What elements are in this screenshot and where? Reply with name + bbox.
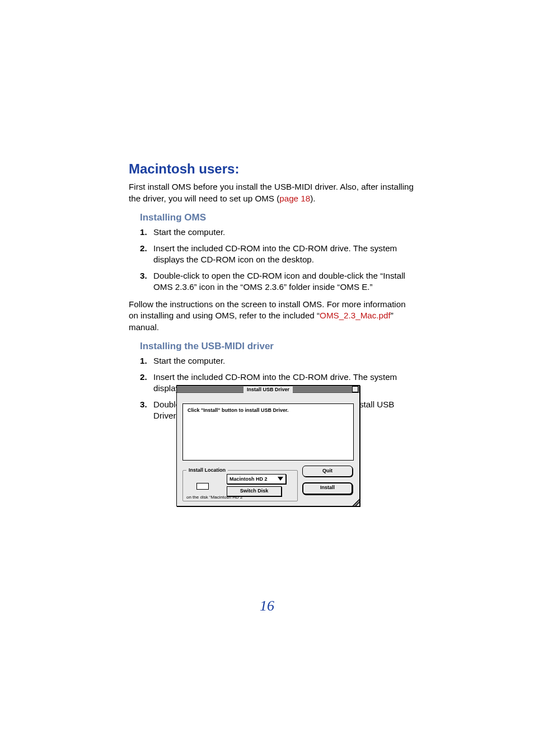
installer-title: Install USB Driver: [243, 386, 293, 393]
page-number: 16: [0, 598, 534, 614]
intro-text-2: ).: [310, 194, 315, 203]
install-location-legend: Install Location: [186, 467, 228, 473]
step-item: Double-click to open the CD-ROM icon and…: [140, 270, 415, 293]
disk-select-label: Macintosh HD 2: [229, 475, 268, 483]
heading-macintosh-users: Macintosh users:: [129, 161, 415, 177]
installer-window: Install USB Driver Click "Install" butto…: [176, 385, 360, 506]
close-icon[interactable]: [352, 386, 358, 392]
chevron-down-icon: [278, 477, 283, 481]
follow-paragraph: Follow the instructions on the screen to…: [129, 299, 415, 334]
resize-handle-icon[interactable]: [353, 499, 359, 506]
link-oms-pdf[interactable]: OMS_2.3_Mac.pdf: [320, 311, 391, 320]
quit-button[interactable]: Quit: [302, 466, 353, 477]
svg-marker-0: [278, 477, 283, 481]
intro-text-1: First install OMS before you install the…: [129, 182, 414, 203]
switch-disk-button[interactable]: Switch Disk: [227, 486, 282, 496]
steps-installing-oms: Start the computer. Insert the included …: [129, 227, 415, 293]
install-location-group: Install Location Macintosh HD 2 on the d…: [182, 470, 298, 501]
installer-message: Click "Install" button to install USB Dr…: [182, 403, 354, 461]
install-button[interactable]: Install: [302, 482, 353, 495]
disk-select[interactable]: Macintosh HD 2: [227, 474, 286, 484]
step-item: Start the computer.: [140, 355, 415, 367]
link-page-18[interactable]: page 18: [279, 194, 310, 203]
subheading-installing-usb-midi: Installing the USB-MIDI driver: [140, 341, 415, 352]
installer-titlebar: Install USB Driver: [177, 386, 359, 393]
step-item: Start the computer.: [140, 227, 415, 238]
subheading-installing-oms: Installing OMS: [140, 212, 415, 223]
step-item: Insert the included CD-ROM into the CD-R…: [140, 243, 415, 266]
intro-paragraph: First install OMS before you install the…: [129, 181, 415, 204]
disk-icon: [196, 483, 209, 490]
